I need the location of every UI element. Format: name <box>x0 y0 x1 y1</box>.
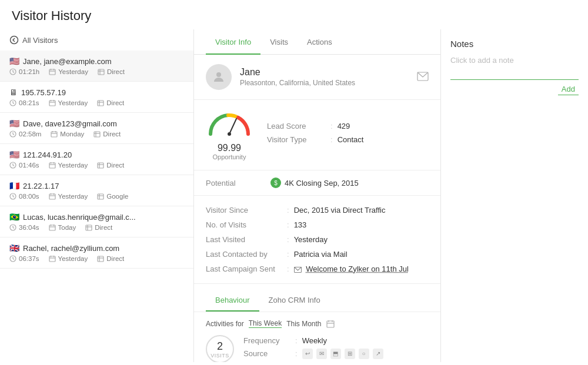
last-visited-value: Yesterday <box>294 235 328 244</box>
svg-rect-38 <box>98 194 103 199</box>
svg-rect-14 <box>98 101 103 106</box>
main-content: Visitor Info Visits Actions Jane Pleason… <box>194 29 441 362</box>
list-item[interactable]: 🇬🇧 Rachel, rachel@zyllium.com 06:37s <box>0 237 193 269</box>
visit-date: Yesterday <box>49 193 88 200</box>
svg-rect-50 <box>49 256 55 262</box>
svg-point-0 <box>11 36 18 44</box>
source-icon <box>97 193 104 200</box>
btab-crm[interactable]: Zoho CRM Info <box>259 291 330 312</box>
svg-rect-2 <box>49 69 55 75</box>
visit-source: Direct <box>85 224 112 231</box>
gauge-container: 99.99 Opportunity <box>206 109 253 160</box>
visitor-since-label: Visitor Since <box>206 206 282 215</box>
this-month-link[interactable]: This Month <box>286 320 321 328</box>
svg-rect-30 <box>98 163 103 168</box>
visitor-name-text: Lucas, lucas.henrique@gmail.c... <box>23 213 136 222</box>
campaign-mail-icon <box>294 267 302 273</box>
calendar-small-icon <box>49 224 56 231</box>
frequency-value: Weekly <box>302 336 327 345</box>
visitor-flag: 🇺🇸 <box>9 150 19 159</box>
visitor-type-value: Contact <box>338 135 364 144</box>
list-item[interactable]: 🇺🇸 Jane, jane@example.com 01:21h <box>0 51 193 82</box>
potential-badge: $ <box>270 178 281 188</box>
frequency-label: Frequency <box>243 336 290 345</box>
list-item[interactable]: 🇺🇸 121.244.91.20 01:46s <box>0 144 193 175</box>
visit-date: Monday <box>51 130 84 138</box>
last-campaign-value: Welcome to Zylker on 11th Jul <box>294 264 409 273</box>
svg-rect-62 <box>327 321 334 327</box>
visit-time: 06:37s <box>9 255 39 262</box>
svg-rect-18 <box>51 132 57 137</box>
calendar-icon[interactable] <box>326 320 335 328</box>
source-icon-6: ↗ <box>373 349 383 359</box>
clock-icon <box>9 224 16 231</box>
tab-visits[interactable]: Visits <box>260 29 298 55</box>
visits-label: VISITS <box>211 353 229 359</box>
svg-point-60 <box>228 132 231 136</box>
visitor-flag: 🇺🇸 <box>9 119 19 128</box>
lead-score-label: Lead Score <box>267 122 326 130</box>
avatar-icon <box>212 70 226 84</box>
this-week-link[interactable]: This Week <box>249 319 282 328</box>
mail-icon[interactable] <box>417 72 429 83</box>
clock-icon <box>9 68 16 75</box>
visit-time: 01:46s <box>9 162 39 169</box>
visit-date: Yesterday <box>49 162 88 169</box>
visitor-name-text: 121.244.91.20 <box>23 150 72 159</box>
svg-rect-6 <box>98 69 104 75</box>
all-visitors-link[interactable]: All Visitors <box>0 29 193 51</box>
visit-source: Direct <box>93 130 121 138</box>
score-section: 99.99 Opportunity Lead Score : 429 Visit… <box>194 100 440 170</box>
notes-panel: Notes Click to add a note Add <box>441 29 588 362</box>
score-details: Lead Score : 429 Visitor Type : Contact <box>267 122 429 149</box>
notes-placeholder[interactable]: Click to add a note <box>450 56 579 73</box>
visitor-flag: 🇧🇷 <box>9 212 19 222</box>
visitor-name-text: 21.22.1.17 <box>23 182 59 190</box>
gauge-chart <box>206 109 253 139</box>
num-visits-label: No. of Visits <box>206 220 282 229</box>
last-campaign-label: Last Campaign Sent <box>206 264 282 273</box>
calendar-small-icon <box>51 130 58 138</box>
activity-content: 2 VISITS Frequency : Weekly Source : ↩ <box>206 335 429 362</box>
btab-behaviour[interactable]: Behaviour <box>206 291 259 312</box>
activities-for-label: Activities for <box>206 320 244 328</box>
potential-label: Potential <box>206 179 270 187</box>
gauge-label: Opportunity <box>206 153 253 160</box>
visitor-since-value: Dec, 2015 via Direct Traffic <box>294 206 386 215</box>
freq-rows: Frequency : Weekly Source : ↩ ✉ ⬒ ⊞ ○ <box>243 336 429 363</box>
visitor-name-text: 195.75.57.19 <box>21 88 66 97</box>
visit-time: 08:00s <box>9 193 39 200</box>
last-contacted-value: Patricia via Mail <box>294 250 348 259</box>
activities-section: Activities for This Week This Month 2 VI… <box>194 312 440 362</box>
tab-visitor-info[interactable]: Visitor Info <box>206 29 260 55</box>
source-icon <box>93 130 101 138</box>
source-icon <box>97 162 104 169</box>
clock-icon <box>9 193 16 200</box>
tab-actions[interactable]: Actions <box>298 29 342 55</box>
back-icon <box>9 35 19 45</box>
visit-source: Direct <box>97 99 124 106</box>
calendar-small-icon <box>49 162 56 169</box>
visit-source: Direct <box>97 162 124 169</box>
svg-rect-46 <box>86 225 92 230</box>
svg-point-57 <box>216 72 221 77</box>
visitor-flag: 🇬🇧 <box>9 243 19 253</box>
list-item[interactable]: 🇺🇸 Dave, dave123@gmail.com 02:58m <box>0 113 193 144</box>
source-icons: ↩ ✉ ⬒ ⊞ ○ ↗ <box>302 349 383 359</box>
notes-title: Notes <box>450 39 579 49</box>
list-item[interactable]: 🇫🇷 21.22.1.17 08:00s <box>0 175 193 206</box>
visit-date: Yesterday <box>49 99 88 106</box>
source-icon <box>97 255 104 262</box>
visitor-name-text: Dave, dave123@gmail.com <box>23 119 117 128</box>
potential-row: Potential $ 4K Closing Sep, 2015 <box>194 170 440 196</box>
svg-rect-26 <box>49 163 55 168</box>
visitor-name-text: Jane, jane@example.com <box>23 57 112 66</box>
add-note-button[interactable]: Add <box>558 83 579 95</box>
list-item[interactable]: 🖥 195.75.57.19 08:21s <box>0 82 193 113</box>
list-item[interactable]: 🇧🇷 Lucas, lucas.henrique@gmail.c... 36:0… <box>0 206 193 237</box>
calendar-small-icon <box>49 99 56 106</box>
source-icon <box>85 224 92 231</box>
visitor-tabs: Visitor Info Visits Actions <box>194 29 440 55</box>
visit-time: 02:58m <box>9 130 41 138</box>
source-label: Source <box>243 349 290 358</box>
